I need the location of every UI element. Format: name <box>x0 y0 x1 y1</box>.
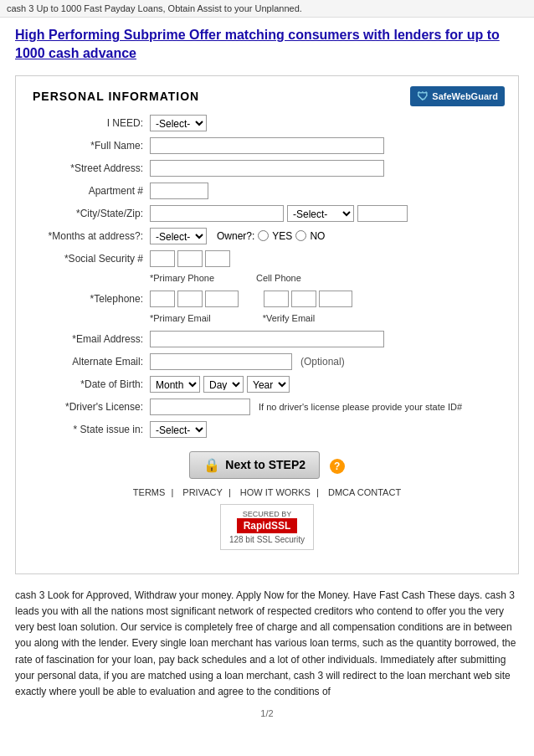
primary-phone-boxes <box>150 291 239 307</box>
license-note: If no driver's license please provide yo… <box>259 402 462 412</box>
i-need-select[interactable]: -Select- <box>150 115 207 131</box>
primary-phone-number[interactable] <box>205 291 239 307</box>
email-header-field: *Primary Email *Verify Email <box>150 313 501 325</box>
ssn-row: *Social Security # <box>33 250 501 267</box>
full-name-input[interactable] <box>150 137 384 154</box>
page-number: 1/2 <box>15 708 519 718</box>
state-issue-field: -Select- <box>150 421 501 438</box>
state-issue-row: * State issue in: -Select- <box>33 421 501 438</box>
ssn-boxes <box>150 250 501 267</box>
verify-email-label: *Verify Email <box>263 313 315 323</box>
drivers-license-group: If no driver's license please provide yo… <box>150 399 501 415</box>
i-need-field: -Select- <box>150 115 501 131</box>
top-bar-text: cash 3 Up to 1000 Fast Payday Loans, Obt… <box>7 3 302 13</box>
ssl-secured-by: SECURED BY <box>243 510 292 518</box>
next-btn-label: Next to STEP2 <box>225 458 306 471</box>
email-header-row: *Primary Email *Verify Email <box>33 313 501 325</box>
telephone-field <box>150 291 501 307</box>
dob-label: *Date of Birth: <box>33 378 150 390</box>
lock-icon: 🔒 <box>203 457 220 473</box>
city-state-zip-label: *City/State/Zip: <box>33 208 150 219</box>
footer-links: TERMS PRIVACY HOW IT WORKS DMCA CONTACT <box>33 487 501 497</box>
apartment-field <box>150 183 501 199</box>
cell-phone-number[interactable] <box>319 291 352 307</box>
ssn-field <box>150 250 501 267</box>
owner-yes-label: YES <box>272 230 292 242</box>
ssn-input-1[interactable] <box>150 250 175 267</box>
primary-phone-area[interactable] <box>150 291 175 307</box>
street-address-row: *Street Address: <box>33 160 501 177</box>
state-issue-select[interactable]: -Select- <box>150 421 207 438</box>
safe-web-guard-badge: 🛡 SafeWebGuard <box>410 86 505 106</box>
months-owner-group: -Select- Owner?: YES NO <box>150 228 501 244</box>
email-address-field <box>150 331 501 347</box>
full-name-row: *Full Name: <box>33 137 501 154</box>
street-address-label: *Street Address: <box>33 162 150 174</box>
street-address-field <box>150 160 501 177</box>
ssl-brand: RapidSSL <box>237 518 298 533</box>
primary-phone-prefix[interactable] <box>177 291 203 307</box>
dob-row: *Date of Birth: Month Day Year <box>33 376 501 393</box>
city-state-zip-row: *City/State/Zip: -Select- <box>33 205 501 222</box>
tel-header-section: *Primary Phone Cell Phone <box>150 273 501 285</box>
drivers-license-label: *Driver's License: <box>33 401 150 413</box>
ssn-label: *Social Security # <box>33 253 150 265</box>
drivers-license-row: *Driver's License: If no driver's licens… <box>33 399 501 415</box>
dob-day-select[interactable]: Day <box>203 376 244 393</box>
owner-label: Owner?: <box>217 230 254 242</box>
telephone-inputs-section <box>150 291 501 307</box>
state-issue-label: * State issue in: <box>33 424 150 435</box>
next-step2-button[interactable]: 🔒 Next to STEP2 <box>189 451 320 479</box>
cell-phone-boxes <box>264 291 352 307</box>
terms-link[interactable]: TERMS <box>133 487 173 497</box>
cell-phone-area[interactable] <box>264 291 289 307</box>
alternate-email-input[interactable] <box>150 353 292 370</box>
city-input[interactable] <box>150 205 284 222</box>
email-address-label: *Email Address: <box>33 333 150 345</box>
next-btn-section: 🔒 Next to STEP2 ? <box>33 451 501 479</box>
full-name-label: *Full Name: <box>33 140 150 152</box>
zip-input[interactable] <box>357 205 408 222</box>
owner-no-radio[interactable] <box>295 230 306 241</box>
street-address-input[interactable] <box>150 160 384 177</box>
alternate-email-group: (Optional) <box>150 353 501 370</box>
ssn-input-2[interactable] <box>177 250 203 267</box>
owner-radio-group: YES NO <box>258 230 325 242</box>
how-it-works-link[interactable]: HOW IT WORKS <box>240 487 319 497</box>
primary-phone-label: *Primary Phone <box>150 273 214 283</box>
top-bar: cash 3 Up to 1000 Fast Payday Loans, Obt… <box>0 0 534 18</box>
alternate-email-label: Alternate Email: <box>33 356 150 368</box>
city-state-zip-field: -Select- <box>150 205 501 222</box>
cell-phone-label: Cell Phone <box>256 273 301 283</box>
shield-icon: 🛡 <box>417 90 429 103</box>
main-content: High Performing Subprime Offer matching … <box>0 18 534 727</box>
dmca-link[interactable]: DMCA CONTACT <box>328 487 401 497</box>
help-icon[interactable]: ? <box>330 459 345 474</box>
email-address-input[interactable] <box>150 331 384 347</box>
form-container: PERSONAL INFORMATION 🛡 SafeWebGuard I NE… <box>15 75 519 574</box>
privacy-link[interactable]: PRIVACY <box>182 487 230 497</box>
months-at-address-row: *Months at address?: -Select- Owner?: YE… <box>33 228 501 244</box>
i-need-row: I NEED: -Select- <box>33 115 501 131</box>
dob-inputs: Month Day Year <box>150 376 501 393</box>
dob-month-select[interactable]: Month <box>150 376 200 393</box>
ssl-text: 128 bit SSL Security <box>229 535 305 544</box>
months-select[interactable]: -Select- <box>150 228 207 244</box>
telephone-row: *Telephone: <box>33 291 501 307</box>
body-text: cash 3 Look for Approved, Withdraw your … <box>15 588 519 700</box>
dob-year-select[interactable]: Year <box>247 376 290 393</box>
ssn-input-3[interactable] <box>205 250 230 267</box>
telephone-label: *Telephone: <box>33 293 150 305</box>
primary-phone-col: *Primary Phone <box>150 273 214 285</box>
apartment-label: Apartment # <box>33 185 150 197</box>
cell-phone-prefix[interactable] <box>291 291 316 307</box>
apartment-input[interactable] <box>150 183 208 199</box>
dob-field: Month Day Year <box>150 376 501 393</box>
owner-yes-radio[interactable] <box>258 230 269 241</box>
tel-header-field: *Primary Phone Cell Phone <box>150 273 501 285</box>
drivers-license-input[interactable] <box>150 399 250 415</box>
state-select[interactable]: -Select- <box>287 205 354 222</box>
ssl-box: SECURED BY RapidSSL 128 bit SSL Security <box>220 504 314 550</box>
i-need-label: I NEED: <box>33 117 150 129</box>
optional-text: (Optional) <box>300 356 345 368</box>
